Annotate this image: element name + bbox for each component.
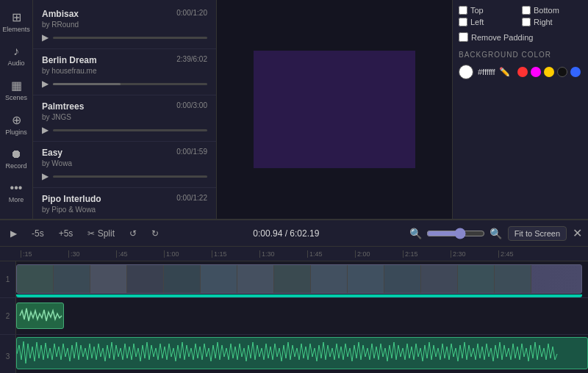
zoom-slider[interactable] xyxy=(426,228,485,239)
color-dot-black[interactable] xyxy=(557,67,567,77)
sidebar-item-audio[interactable]: ♪ Audio xyxy=(1,40,32,71)
scenes-icon: ▦ xyxy=(11,79,22,93)
split-button[interactable]: ✂ Split xyxy=(83,225,119,242)
fit-top-checkbox[interactable] xyxy=(459,6,467,15)
track5-duration: 0:00/1:22 xyxy=(176,194,207,202)
remove-padding-option[interactable]: Remove Padding xyxy=(459,32,582,42)
ruler-mark-2: :45 xyxy=(116,250,164,258)
ruler-mark-1: :30 xyxy=(68,250,116,258)
ruler-mark-0: :15 xyxy=(21,250,68,258)
track-row-1: 1 xyxy=(0,261,588,298)
video-thumb-13 xyxy=(458,265,495,293)
track3-progress-bar xyxy=(53,129,207,131)
track-number-3: 3 xyxy=(0,335,16,373)
plus5-button[interactable]: +5s xyxy=(54,225,78,242)
bg-color-section-label: BACKGROUND COLOR xyxy=(459,51,582,59)
color-dot-magenta[interactable] xyxy=(531,67,541,77)
color-swatch-white[interactable] xyxy=(459,65,473,79)
music-track-5[interactable]: Pipo Interludo 0:00/1:22 by Pipo & Wowa … xyxy=(33,188,216,219)
music-track-2[interactable]: Berlin Dream 2:39/6:02 by housefrau.me ▶ xyxy=(33,49,216,95)
minus5-button[interactable]: -5s xyxy=(27,225,49,242)
waveform-svg-small xyxy=(18,305,62,327)
color-dots xyxy=(517,67,581,77)
ruler-marks: :15 :30 :45 1:00 1:15 1:30 1:45 2:00 2:1… xyxy=(21,250,546,258)
track-row-3: 3 xyxy=(0,335,588,373)
color-dot-yellow[interactable] xyxy=(544,67,554,77)
play-button[interactable]: ▶ xyxy=(6,225,21,242)
video-strip[interactable] xyxy=(16,264,582,294)
ruler-mark-10: 2:45 xyxy=(498,250,546,258)
track2-title: Berlin Dream xyxy=(42,55,97,65)
zoom-out-icon[interactable]: 🔍 xyxy=(409,228,422,239)
fit-left-option[interactable]: Left xyxy=(459,18,519,26)
remove-padding-checkbox[interactable] xyxy=(459,32,468,42)
fit-options: Top Bottom Left Right xyxy=(459,6,582,26)
plugins-icon: ⊕ xyxy=(12,113,21,127)
audio-small-clip[interactable] xyxy=(16,303,64,329)
video-thumb-5 xyxy=(164,265,201,293)
redo-button[interactable]: ↻ xyxy=(147,225,163,242)
sidebar-item-scenes-label: Scenes xyxy=(5,94,27,101)
record-icon: ⏺ xyxy=(10,148,22,161)
sidebar-item-elements[interactable]: ⊞ Elements xyxy=(1,6,32,37)
fit-left-label: Left xyxy=(470,18,484,26)
sidebar-item-audio-label: Audio xyxy=(7,59,24,67)
track-number-2: 2 xyxy=(0,298,16,334)
sidebar-item-record[interactable]: ⏺ Record xyxy=(1,143,32,174)
audio-large-clip[interactable] xyxy=(16,337,588,369)
fit-top-option[interactable]: Top xyxy=(459,6,519,15)
waveform-svg-large xyxy=(17,338,587,369)
fit-bottom-label: Bottom xyxy=(534,6,559,15)
track1-author: by RRound xyxy=(42,21,79,29)
timeline-toolbar: ▶ -5s +5s ✂ Split ↺ ↻ 0:00.94 / 6:02.19 … xyxy=(0,220,588,247)
color-dot-red[interactable] xyxy=(517,67,528,77)
fit-right-option[interactable]: Right xyxy=(522,18,582,26)
track1-duration: 0:00/1:20 xyxy=(176,9,207,17)
video-thumb-4 xyxy=(127,265,164,293)
more-icon: ••• xyxy=(10,181,23,195)
fit-bottom-option[interactable]: Bottom xyxy=(522,6,582,15)
elements-icon: ⊞ xyxy=(12,10,21,24)
sidebar-item-plugins[interactable]: ⊕ Plugins xyxy=(1,109,32,140)
fit-bottom-checkbox[interactable] xyxy=(522,6,531,15)
track3-play-btn[interactable]: ▶ xyxy=(42,125,49,135)
sidebar-item-plugins-label: Plugins xyxy=(5,128,27,136)
track4-duration: 0:00/1:59 xyxy=(176,148,207,156)
track5-title: Pipo Interludo xyxy=(42,194,101,204)
ruler-mark-6: 1:45 xyxy=(307,250,355,258)
sidebar-item-scenes[interactable]: ▦ Scenes xyxy=(1,74,32,106)
track2-play-btn[interactable]: ▶ xyxy=(42,79,49,89)
track-content-1 xyxy=(16,261,588,297)
color-picker-icon[interactable]: ✏️ xyxy=(499,67,510,77)
ruler-mark-9: 2:30 xyxy=(451,250,498,258)
fit-to-screen-button[interactable]: Fit to Screen xyxy=(508,226,567,241)
track-row-2: 2 xyxy=(0,298,588,335)
zoom-in-icon[interactable]: 🔍 xyxy=(490,228,502,239)
color-dot-blue[interactable] xyxy=(570,67,581,77)
close-timeline-button[interactable]: ✕ xyxy=(573,226,582,240)
bg-color-row: #ffffff ✏️ xyxy=(459,65,582,79)
color-hex-value: #ffffff xyxy=(478,68,495,76)
video-thumb-1 xyxy=(17,265,54,293)
timeline-area: ▶ -5s +5s ✂ Split ↺ ↻ 0:00.94 / 6:02.19 … xyxy=(0,219,588,373)
video-thumb-11 xyxy=(384,265,421,293)
zoom-area: 🔍 🔍 xyxy=(409,228,502,239)
video-progress-bar xyxy=(16,294,582,297)
right-panel: Top Bottom Left Right Remove Padding BAC… xyxy=(452,0,588,219)
music-track-3[interactable]: Palmtrees 0:00/3:00 by JNGS ▶ xyxy=(33,95,216,142)
fit-right-checkbox[interactable] xyxy=(522,18,531,26)
timeline-tracks: 1 xyxy=(0,261,588,373)
fit-left-checkbox[interactable] xyxy=(459,18,467,26)
video-thumb-14 xyxy=(495,265,531,293)
sidebar-item-more[interactable]: ••• More xyxy=(1,177,32,208)
sidebar-item-record-label: Record xyxy=(5,162,26,170)
undo-button[interactable]: ↺ xyxy=(125,225,141,242)
track1-play-btn[interactable]: ▶ xyxy=(42,32,49,43)
track-content-2 xyxy=(16,298,588,334)
music-track-4[interactable]: Easy 0:00/1:59 by Wowa ▶ xyxy=(33,142,216,188)
track4-play-btn[interactable]: ▶ xyxy=(42,171,49,181)
music-track-1[interactable]: Ambisax 0:00/1:20 by RRound ▶ xyxy=(33,3,216,49)
ruler-mark-5: 1:30 xyxy=(259,250,307,258)
ruler-mark-7: 2:00 xyxy=(355,250,403,258)
track2-duration: 2:39/6:02 xyxy=(176,55,207,63)
